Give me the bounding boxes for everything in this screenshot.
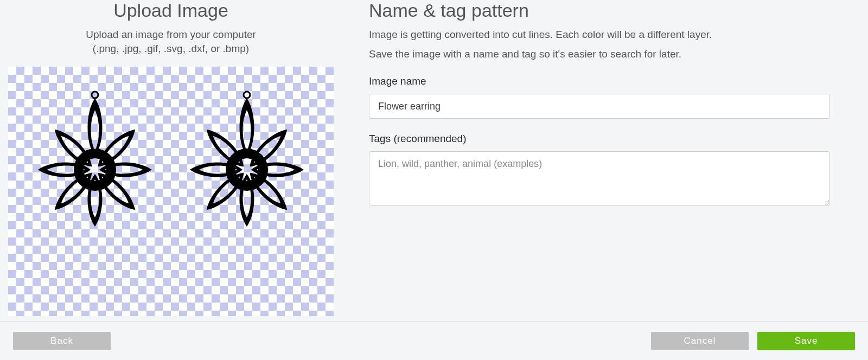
footer-bar: Back Cancel Save bbox=[0, 321, 868, 360]
image-name-input[interactable] bbox=[369, 94, 830, 119]
name-tag-para-2: Save the image with a name and tag so it… bbox=[369, 48, 830, 60]
tags-label: Tags (recommended) bbox=[369, 133, 830, 145]
image-preview bbox=[8, 67, 334, 316]
flower-earring-left-icon bbox=[24, 88, 165, 242]
upload-image-subtext-2: (.png, .jpg, .gif, .svg, .dxf, or .bmp) bbox=[93, 43, 249, 55]
upload-image-title: Upload Image bbox=[113, 0, 228, 21]
name-tag-title: Name & tag pattern bbox=[369, 0, 830, 21]
flower-earring-right-icon bbox=[176, 88, 317, 242]
svg-point-0 bbox=[92, 92, 98, 98]
svg-point-3 bbox=[231, 153, 263, 186]
image-name-label: Image name bbox=[369, 75, 830, 87]
tags-input[interactable] bbox=[369, 151, 830, 205]
back-button[interactable]: Back bbox=[13, 332, 111, 350]
save-button[interactable]: Save bbox=[757, 332, 855, 350]
upload-image-subtext-1: Upload an image from your computer bbox=[86, 29, 256, 41]
svg-point-1 bbox=[79, 153, 111, 186]
svg-point-2 bbox=[244, 92, 250, 98]
name-tag-para-1: Image is getting converted into cut line… bbox=[369, 29, 830, 41]
cancel-button[interactable]: Cancel bbox=[651, 332, 749, 350]
upload-image-panel: Upload Image Upload an image from your c… bbox=[5, 0, 336, 321]
name-tag-panel: Name & tag pattern Image is getting conv… bbox=[369, 0, 863, 321]
